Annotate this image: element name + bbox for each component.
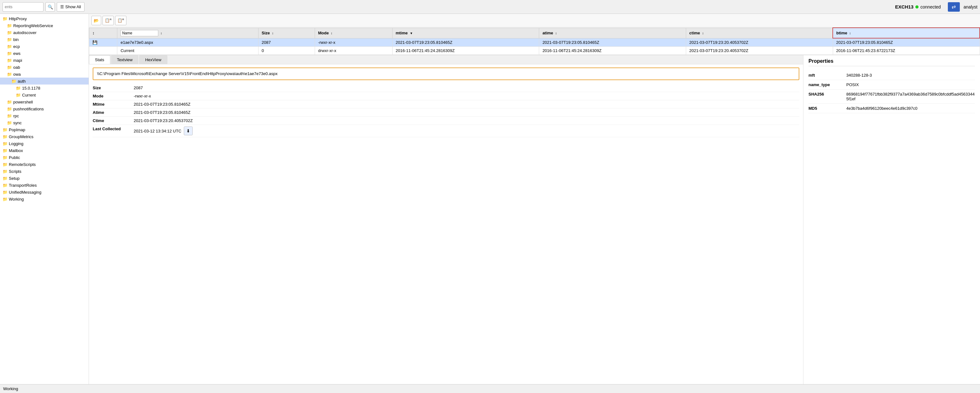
sidebar-item-poplmap[interactable]: 📁PopImap xyxy=(0,126,89,133)
download-button[interactable]: ⬇ xyxy=(184,126,192,135)
sidebar-item-scripts[interactable]: 📁Scripts xyxy=(0,168,89,175)
folder-icon: 📁 xyxy=(7,30,12,35)
sidebar-item-label: Logging xyxy=(9,141,23,146)
sidebar-item-bin[interactable]: 📁bin xyxy=(0,36,89,43)
property-row-SHA256: SHA25686968194f77671fbb382f9377a7a4369ab… xyxy=(808,89,975,104)
col-mode-header[interactable]: Mode ↕ xyxy=(315,28,392,38)
sidebar-item-label: 15.0.1178 xyxy=(22,86,40,91)
sidebar-item-httpproxy[interactable]: 📁HttpProxy xyxy=(0,15,89,22)
col-mtime-header[interactable]: mtime ▼ xyxy=(392,28,539,38)
bottom-area: StatsTextviewHexView \\C:\Program Files\… xyxy=(89,55,980,384)
property-label: MD5 xyxy=(808,106,846,111)
sidebar-item-autodiscover[interactable]: 📁autodiscover xyxy=(0,29,89,36)
table-row[interactable]: Current0drwxr-xr-x2016-11-06T21:45:24.28… xyxy=(89,47,980,55)
sidebar-item-public[interactable]: 📁Public xyxy=(0,154,89,161)
sidebar-item-label: PopImap xyxy=(9,127,25,132)
prop-row-atime: Atime2021-03-07T19:23:05.810465Z xyxy=(93,108,799,117)
switch-icon: ⇄ xyxy=(951,4,956,10)
row-icon: 💾 xyxy=(89,38,117,47)
folder-icon: 📁 xyxy=(11,79,16,84)
user-label: analyst xyxy=(964,5,977,10)
sidebar-item-unifiedmessaging[interactable]: 📁UnifiedMessaging xyxy=(0,189,89,196)
sidebar-item-setup[interactable]: 📁Setup xyxy=(0,175,89,182)
search-input[interactable] xyxy=(3,2,43,12)
properties-title: Properties xyxy=(808,58,975,66)
col-atime-header[interactable]: atime ↕ xyxy=(539,28,686,38)
prop-label: Atime xyxy=(93,110,134,115)
connection-status-label: connected xyxy=(920,5,941,10)
sidebar-item-working[interactable]: 📁Working xyxy=(0,196,89,202)
sidebar-item-transportunroles[interactable]: 📁TransportRoles xyxy=(0,182,89,189)
sidebar-item-owa[interactable]: 📁owa xyxy=(0,71,89,78)
open-folder-button[interactable]: 📂 xyxy=(91,16,101,25)
sidebar-item-label: Working xyxy=(9,197,24,202)
sidebar-item-label: GroupMetrics xyxy=(9,134,33,139)
sidebar-item-label: ews xyxy=(13,51,21,56)
sidebar-item-current[interactable]: 📁Current xyxy=(0,91,89,99)
col-size-header[interactable]: Size ↕ xyxy=(258,28,315,38)
folder-icon: 📁 xyxy=(7,65,12,70)
sidebar-item-remotescripts[interactable]: 📁RemoteScripts xyxy=(0,161,89,168)
sidebar-item-powershell[interactable]: 📁powershell xyxy=(0,99,89,105)
tab-textview[interactable]: Textview xyxy=(111,55,139,64)
table-row[interactable]: 💾e1ae7e73e0.aspx2087-rwxr-xr-x2021-03-07… xyxy=(89,38,980,47)
property-value: 86968194f77671fbb382f9377a7a4369ab36d758… xyxy=(846,92,975,101)
btime-sort-arrow: ↕ xyxy=(850,32,851,35)
search-button[interactable]: 🔍 xyxy=(45,2,55,12)
copy-icon: 📋R xyxy=(105,18,111,23)
folder-icon: 📁 xyxy=(7,100,12,104)
prop-value-text: 2021-03-07T19:23:20.4053702Z xyxy=(134,118,192,123)
sidebar-item-oab[interactable]: 📁oab xyxy=(0,64,89,71)
sidebar-item-label: bin xyxy=(13,37,19,42)
prop-value: 2087 xyxy=(134,86,799,90)
tab-stats[interactable]: Stats xyxy=(89,55,110,64)
folder-icon: 📁 xyxy=(3,155,8,160)
prop-row-mode: Mode-rwxr-xr-x xyxy=(93,92,799,100)
search-icon: 🔍 xyxy=(48,5,53,10)
switch-button[interactable]: ⇄ xyxy=(948,2,960,12)
sidebar-item-label: Current xyxy=(22,93,36,97)
sidebar-item-mapi[interactable]: 📁mapi xyxy=(0,57,89,64)
prop-row-ctime: Ctime2021-03-07T19:23:20.4053702Z xyxy=(93,117,799,125)
sidebar-item-auth[interactable]: 📁auth xyxy=(0,78,89,84)
sidebar-item-label: RemoteScripts xyxy=(9,162,36,167)
col-ctime-header[interactable]: ctime ↕ xyxy=(686,28,833,38)
paste-button[interactable]: 📋R xyxy=(115,16,126,25)
property-row-MD5: MD54e3b7ba4d6f96120beec4e61d9c397c0 xyxy=(808,104,975,113)
sidebar-item-15.0.1178[interactable]: 📁15.0.1178 xyxy=(0,84,89,91)
sidebar-item-ecp[interactable]: 📁ecp xyxy=(0,43,89,50)
folder-icon: 📁 xyxy=(3,183,8,188)
row-atime: 2021-03-07T19:23:05.810465Z xyxy=(539,38,686,47)
col-sort[interactable]: ↕ xyxy=(89,28,117,38)
property-value: 340288-128-3 xyxy=(846,73,975,78)
name-filter-input[interactable] xyxy=(121,30,158,36)
sidebar-item-groupmetrics[interactable]: 📁GroupMetrics xyxy=(0,133,89,140)
atime-sort-arrow: ↕ xyxy=(555,32,557,35)
sidebar-item-label: ReportingWebService xyxy=(13,23,53,28)
row-btime: 2021-03-07T19:23:05.810465Z xyxy=(833,38,980,47)
row-size: 2087 xyxy=(258,38,315,47)
sidebar-item-rpc[interactable]: 📁rpc xyxy=(0,112,89,119)
tab-hexview[interactable]: HexView xyxy=(139,55,167,64)
show-all-label: Show All xyxy=(65,5,81,9)
sidebar-item-ews[interactable]: 📁ews xyxy=(0,50,89,57)
sidebar-item-reportingwebservice[interactable]: 📁ReportingWebService xyxy=(0,22,89,29)
col-name-header[interactable]: ↕ xyxy=(117,28,258,38)
prop-value-text: 2021-03-07T19:23:05.810465Z xyxy=(134,110,191,115)
sidebar-item-label: UnifiedMessaging xyxy=(9,190,41,195)
show-all-button[interactable]: ☰ Show All xyxy=(57,2,84,12)
file-props: Size2087Mode-rwxr-xr-xMtime2021-03-07T19… xyxy=(89,83,803,138)
sidebar-item-sync[interactable]: 📁sync xyxy=(0,119,89,126)
sort-icon: ↕ xyxy=(92,30,95,35)
prop-label: Mode xyxy=(93,94,134,99)
sidebar-item-label: Setup xyxy=(9,176,19,181)
col-btime-header[interactable]: btime ↕ xyxy=(833,28,980,38)
sidebar-item-logging[interactable]: 📁Logging xyxy=(0,140,89,147)
folder-icon: 📁 xyxy=(3,190,8,195)
top-bar: 🔍 ☰ Show All EXCH13 connected ⇄ analyst xyxy=(0,0,980,14)
copy-button[interactable]: 📋R xyxy=(102,16,114,25)
folder-icon: 📁 xyxy=(7,58,12,63)
mode-sort-arrow: ↕ xyxy=(331,32,332,35)
sidebar-item-pushnotifications[interactable]: 📁pushnotifications xyxy=(0,105,89,112)
sidebar-item-mailbox[interactable]: 📁Mailbox xyxy=(0,147,89,154)
